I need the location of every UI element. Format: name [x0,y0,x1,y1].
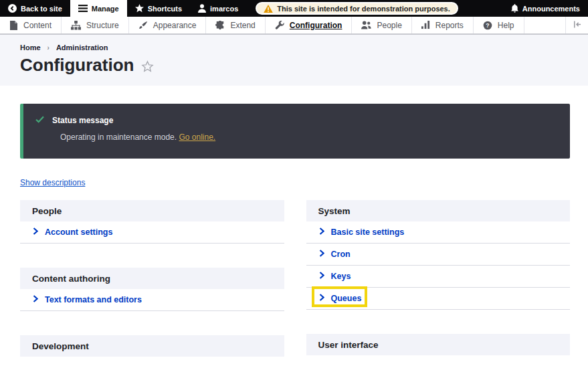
admin-menu-item-reports[interactable]: Reports [412,17,474,33]
config-link-queues[interactable]: Queues [306,288,571,310]
announcements-button[interactable]: Announcements [511,0,588,17]
user-menu-button[interactable]: imarcos [190,0,246,17]
manage-label: Manage [92,5,119,13]
admin-menu-item-structure[interactable]: Structure [62,17,129,33]
config-link-text-formats-and-editors[interactable]: Text formats and editors [20,289,284,311]
shortcuts-label: Shortcuts [148,5,182,13]
show-descriptions-link[interactable]: Show descriptions [20,178,85,187]
admin-menu-item-people[interactable]: People [352,17,411,33]
config-link-keys[interactable]: Keys [306,266,571,288]
config-link-label: Text formats and editors [45,295,142,304]
config-link-label: Cron [331,250,351,259]
config-categories: PeopleAccount settingsContent authoringT… [20,200,570,368]
admin-menu-item-configuration[interactable]: Configuration [266,17,353,33]
category-panel-development: Development [20,335,284,357]
chevron-right-icon [319,227,324,237]
admin-menu-label: Configuration [290,21,342,30]
admin-toolbar: Back to site Manage Shortcuts imarcos Th… [0,0,588,17]
category-panel-system: SystemBasic site settingsCronKeysQueues [306,200,571,310]
config-link-label: Keys [331,272,351,281]
collapse-left-icon [572,19,582,31]
puzzle-icon [215,21,225,30]
back-to-site-button[interactable]: Back to site [0,0,70,17]
bell-icon [511,4,518,13]
category-title-user-interface: User interface [306,334,571,355]
config-link-label: Queues [331,294,362,303]
wrench-icon [275,21,284,30]
user-icon [198,4,206,13]
category-panel-content-authoring: Content authoringText formats and editor… [20,268,284,311]
config-link-basic-site-settings[interactable]: Basic site settings [306,221,571,244]
config-link-label: Basic site settings [331,227,405,237]
admin-menu-label: Structure [86,21,119,30]
file-icon [9,21,18,30]
warning-triangle-icon [264,5,273,13]
admin-menu-item-appearance[interactable]: Appearance [129,17,207,33]
go-online-link[interactable]: Go online. [179,132,215,142]
admin-menu-label: Reports [435,21,464,30]
user-name-label: imarcos [210,5,238,13]
chevron-right-icon [33,227,38,237]
demo-mode-notice: This site is intended for demonstration … [256,2,458,15]
breadcrumb-separator-icon: › [47,44,50,52]
admin-menu-item-extend[interactable]: Extend [206,17,265,33]
breadcrumb-link-administration[interactable]: Administration [56,43,108,52]
category-title-content-authoring: Content authoring [20,268,284,289]
manage-tab[interactable]: Manage [70,0,127,17]
admin-menu-label: People [377,21,401,30]
config-link-label: Account settings [45,227,112,237]
admin-menu-label: Appearance [153,21,197,30]
svg-text:?: ? [486,22,489,29]
announcements-label: Announcements [522,5,580,13]
chevron-right-icon [319,294,324,303]
admin-menu-label: Content [23,21,52,30]
chevron-right-icon [319,250,324,259]
admin-menu-label: Extend [230,21,255,30]
page-header: Home›Administration Configuration [0,35,588,86]
config-link-cron[interactable]: Cron [306,244,571,266]
back-circle-icon [8,4,17,13]
hamburger-icon [78,5,88,12]
star-icon [135,4,144,13]
breadcrumb: Home›Administration [20,43,588,52]
category-title-people: People [20,200,284,221]
back-to-site-label: Back to site [21,5,62,13]
toolbar-orientation-toggle[interactable] [565,17,588,33]
check-icon [35,116,44,125]
category-panel-user-interface: User interface [306,334,571,355]
bar-chart-icon [421,21,430,29]
page-title: Configuration [20,55,134,76]
brush-icon [138,21,148,30]
main-content: Status message Operating in maintenance … [0,86,588,368]
config-link-account-settings[interactable]: Account settings [20,221,284,244]
chevron-right-icon [319,272,324,281]
people-icon [361,21,371,29]
admin-menu-item-help[interactable]: ?Help [474,17,524,33]
help-icon: ? [483,21,492,30]
status-message: Status message Operating in maintenance … [20,104,570,159]
category-title-development: Development [20,335,284,357]
chevron-right-icon [33,295,38,304]
shortcuts-button[interactable]: Shortcuts [127,0,190,17]
status-message-title: Status message [52,116,113,125]
category-title-system: System [306,200,571,221]
breadcrumb-link-home[interactable]: Home [20,43,41,52]
admin-menu-label: Help [498,21,514,30]
category-panel-people: PeopleAccount settings [20,200,284,244]
admin-menu-bar: ContentStructureAppearanceExtendConfigur… [0,17,588,35]
demo-notice-label: This site is intended for demonstration … [277,5,450,13]
favorite-star-icon[interactable] [141,60,154,73]
sitemap-icon [71,21,81,30]
admin-menu-item-content[interactable]: Content [0,17,62,33]
status-message-body: Operating in maintenance mode. [60,132,179,142]
